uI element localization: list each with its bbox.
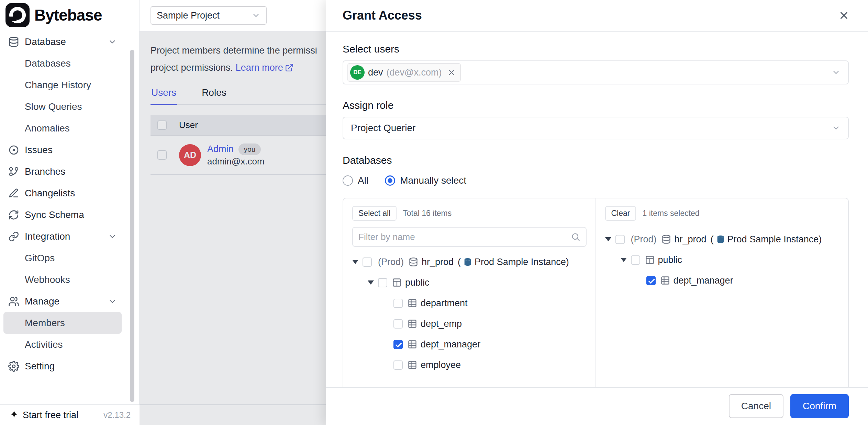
sidebar-item-setting[interactable]: Setting: [3, 355, 122, 377]
tree-row-schema[interactable]: public: [352, 272, 587, 293]
table-name: employee: [421, 360, 461, 370]
sidebar-item-activities[interactable]: Activities: [3, 334, 122, 355]
project-select-value: Sample Project: [157, 10, 220, 21]
role-select[interactable]: Project Querier: [343, 117, 849, 139]
sidebar-item-label: GitOps: [25, 253, 55, 264]
checkbox[interactable]: [615, 235, 625, 244]
assign-role-label: Assign role: [343, 100, 849, 111]
databases-label: Databases: [343, 154, 849, 166]
branch-icon: [8, 166, 19, 177]
table-icon: [408, 340, 417, 349]
user-select-input[interactable]: DE dev (dev@x.com): [343, 60, 849, 84]
sidebar-item-issues[interactable]: Issues: [3, 139, 122, 161]
sidebar-item-label: Webhooks: [25, 274, 70, 285]
close-icon[interactable]: [836, 8, 852, 23]
checkbox[interactable]: [378, 278, 387, 287]
bottom-bar-left: Start free trial v2.13.2: [0, 410, 140, 421]
select-users-label: Select users: [343, 43, 849, 55]
target-tree: (Prod) hr_prod ( Prod Sample Instance) p…: [605, 229, 839, 291]
sidebar-item-label: Setting: [25, 361, 55, 372]
sidebar-nav: Database Databases Change History Slow Q…: [0, 30, 139, 377]
tree-row-table[interactable]: employee: [352, 355, 587, 375]
target-panel: Clear 1 items selected (Prod) hr_prod ( …: [596, 198, 848, 387]
instance-name: Prod Sample Instance): [475, 257, 569, 267]
sidebar-item-branches[interactable]: Branches: [3, 161, 122, 182]
checkbox[interactable]: [393, 319, 403, 329]
instance-name: Prod Sample Instance): [727, 234, 822, 245]
sidebar-item-label: Database: [25, 36, 66, 47]
tree-row-database[interactable]: (Prod) hr_prod ( Prod Sample Instance): [352, 252, 587, 272]
sidebar-item-integration[interactable]: Integration: [3, 226, 122, 247]
sidebar-item-anomalies[interactable]: Anomalies: [3, 117, 122, 139]
table-name: dept_emp: [421, 319, 462, 329]
caret-expanded-icon[interactable]: [621, 258, 631, 262]
radio-all[interactable]: [343, 175, 353, 186]
radio-option-manually-select[interactable]: Manually select: [385, 175, 466, 186]
selected-items-label: 1 items selected: [642, 209, 699, 218]
sparkle-icon: [9, 410, 19, 420]
schema-icon: [392, 278, 402, 287]
remove-user-icon[interactable]: [447, 68, 456, 77]
sidebar-item-database[interactable]: Database: [3, 31, 122, 53]
sidebar-item-manage[interactable]: Manage: [3, 290, 122, 312]
tree-row-schema[interactable]: public: [605, 250, 839, 270]
tree-row-database[interactable]: (Prod) hr_prod ( Prod Sample Instance): [605, 229, 839, 250]
bytebase-logo-icon: [5, 3, 30, 27]
project-select[interactable]: Sample Project: [151, 6, 267, 25]
sidebar: Bytebase Database Databases Change Histo…: [0, 0, 140, 404]
checkbox[interactable]: [393, 360, 403, 370]
checkbox[interactable]: [646, 276, 656, 285]
checkbox[interactable]: [393, 299, 403, 308]
cancel-button[interactable]: Cancel: [729, 394, 783, 418]
tree-row-table[interactable]: dept_manager: [352, 334, 587, 355]
radio-option-all[interactable]: All: [343, 175, 368, 186]
confirm-button[interactable]: Confirm: [790, 394, 849, 418]
chip-user-email: (dev@x.com): [387, 67, 442, 78]
postgresql-icon: [716, 234, 725, 244]
select-all-button[interactable]: Select all: [352, 206, 397, 221]
tree-row-table[interactable]: dept_manager: [605, 270, 839, 291]
chevron-down-icon: [832, 124, 841, 133]
database-icon: [661, 234, 671, 244]
tree-row-table[interactable]: department: [352, 293, 587, 313]
chevron-down-icon: [108, 297, 117, 306]
chevron-down-icon: [108, 232, 117, 241]
brand[interactable]: Bytebase: [0, 0, 139, 30]
sidebar-item-label: Activities: [25, 339, 63, 350]
sidebar-item-databases[interactable]: Databases: [3, 53, 122, 74]
database-icon: [409, 257, 418, 267]
target-panel-header: Clear 1 items selected: [605, 206, 839, 221]
table-icon: [408, 360, 417, 370]
sidebar-item-gitops[interactable]: GitOps: [3, 247, 122, 269]
sidebar-item-slow-queries[interactable]: Slow Queries: [3, 96, 122, 117]
sidebar-item-members[interactable]: Members: [3, 312, 122, 334]
filter-by-name-input[interactable]: [358, 232, 571, 242]
schema-name: public: [658, 255, 682, 265]
checkbox[interactable]: [393, 340, 403, 349]
checkbox[interactable]: [363, 257, 372, 267]
sidebar-scrollbar-thumb[interactable]: [130, 50, 134, 402]
table-icon: [660, 276, 670, 285]
database-name: hr_prod: [675, 234, 706, 245]
sidebar-item-sync-schema[interactable]: Sync Schema: [3, 204, 122, 226]
start-free-trial-button[interactable]: Start free trial: [9, 410, 78, 421]
tree-row-table[interactable]: dept_emp: [352, 313, 587, 334]
sidebar-item-label: Members: [25, 318, 65, 329]
checkbox[interactable]: [631, 255, 640, 265]
environment-label: (Prod): [378, 257, 404, 267]
brand-name: Bytebase: [34, 6, 102, 24]
radio-manually-select[interactable]: [385, 175, 395, 186]
clear-button[interactable]: Clear: [605, 206, 636, 221]
caret-expanded-icon[interactable]: [605, 237, 615, 241]
database-name: hr_prod: [422, 257, 454, 267]
sidebar-item-label: Databases: [25, 58, 71, 69]
sidebar-item-label: Sync Schema: [25, 209, 84, 220]
postgresql-icon: [463, 257, 472, 267]
caret-expanded-icon[interactable]: [368, 280, 378, 285]
sidebar-item-changelists[interactable]: Changelists: [3, 182, 122, 204]
table-name: dept_manager: [674, 275, 733, 286]
sidebar-item-change-history[interactable]: Change History: [3, 74, 122, 96]
sidebar-item-webhooks[interactable]: Webhooks: [3, 269, 122, 290]
selected-user-chip: DE dev (dev@x.com): [347, 63, 461, 82]
caret-expanded-icon[interactable]: [352, 260, 363, 264]
